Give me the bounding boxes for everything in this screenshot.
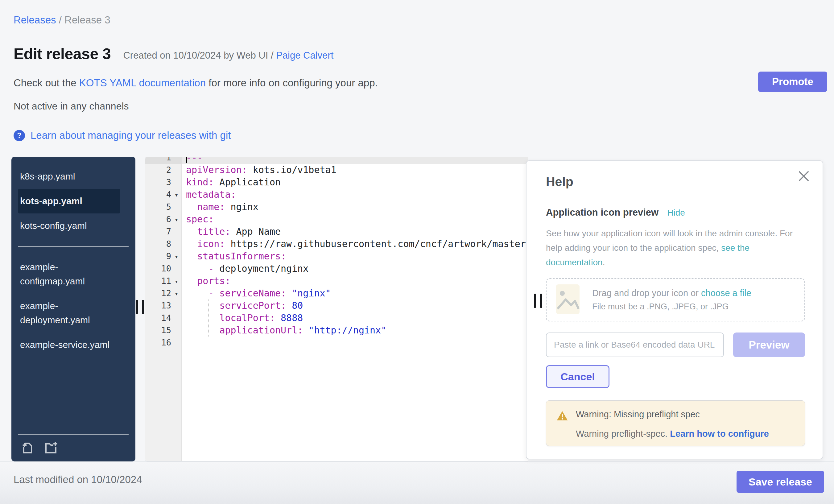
sidebar-resize-handle[interactable] (136, 300, 144, 314)
sidebar-footer (12, 434, 135, 461)
line-number: 2 (145, 164, 171, 176)
code-line: 16 (145, 336, 528, 349)
code-line: 12▾ - serviceName: "nginx" (145, 287, 528, 300)
close-icon[interactable] (797, 169, 811, 184)
line-number: 4 (145, 189, 171, 201)
hide-link[interactable]: Hide (667, 208, 685, 218)
code-line: 14 localPort: 8888 (145, 312, 528, 324)
icon-dropzone[interactable]: Drag and drop your icon or choose a file… (546, 278, 805, 322)
line-number: 3 (145, 176, 171, 189)
file-list: k8s-app.yamlkots-app.yamlkots-config.yam… (12, 164, 135, 357)
warning-detail: Warning preflight-spec. Learn how to con… (576, 429, 769, 439)
code-line: 9▾ statusInformers: (145, 250, 528, 262)
icon-preview-description: See how your application icon will look … (546, 226, 805, 269)
breadcrumb-separator: / (56, 14, 65, 26)
sidebar-item-kots-app-yaml[interactable]: kots-app.yaml (18, 189, 120, 214)
line-number: 12 (145, 287, 171, 300)
promote-button[interactable]: Promote (758, 71, 827, 92)
warning-box: Warning: Missing preflight spec Warning … (546, 400, 805, 446)
line-number: 10 (145, 262, 171, 275)
page-title: Edit release 3 (14, 45, 111, 63)
file-sidebar: k8s-app.yamlkots-app.yamlkots-config.yam… (12, 157, 135, 461)
code-line: 5 name: nginx (145, 201, 528, 213)
fold-arrow-icon[interactable]: ▾ (171, 250, 182, 262)
code-line: 15 applicationUrl: "http://nginx" (145, 324, 528, 336)
save-release-button[interactable]: Save release (737, 471, 824, 493)
title-row: Edit release 3 Created on 10/10/2024 by … (14, 45, 333, 63)
description-text: See how your application icon will look … (546, 228, 793, 253)
dropzone-text: Drag and drop your icon or choose a file (592, 288, 751, 298)
learn-configure-link[interactable]: Learn how to configure (670, 429, 769, 439)
code-line: 7 title: App Name (145, 225, 528, 238)
line-number: 14 (145, 312, 171, 324)
last-modified-text: Last modified on 10/10/2024 (14, 474, 142, 485)
preview-button[interactable]: Preview (733, 332, 805, 357)
breadcrumb-current: Release 3 (64, 14, 110, 26)
icon-url-input[interactable] (546, 332, 724, 357)
line-number: 1 (145, 157, 171, 164)
code-line: 2apiVersion: kots.io/v1beta1 (145, 164, 528, 176)
fold-arrow-icon[interactable]: ▾ (171, 275, 182, 287)
line-number: 8 (145, 238, 171, 250)
author-link[interactable]: Paige Calvert (276, 50, 333, 61)
sidebar-item-kots-config-yaml[interactable]: kots-config.yaml (18, 214, 120, 238)
sidebar-item-k8s-app-yaml[interactable]: k8s-app.yaml (18, 164, 120, 189)
new-folder-icon[interactable] (43, 440, 58, 455)
fold-arrow-icon[interactable]: ▾ (171, 213, 182, 225)
drop-text: Drag and drop your icon or (592, 288, 701, 298)
line-number: 16 (145, 336, 171, 349)
icon-preview-title: Application icon preview (546, 207, 659, 218)
choose-file-link[interactable]: choose a file (701, 288, 751, 298)
line-number: 7 (145, 225, 171, 238)
breadcrumb: Releases / Release 3 (14, 14, 110, 26)
line-number: 11 (145, 275, 171, 287)
footer-bar: Last modified on 10/10/2024 Save release (0, 461, 834, 504)
sidebar-item-example-configmap-yaml[interactable]: example-configmap.yaml (18, 255, 120, 294)
warning-triangle-icon (556, 410, 568, 422)
code-line: 10 - deployment/nginx (145, 262, 528, 275)
kots-yaml-docs-link[interactable]: KOTS YAML documentation (79, 77, 206, 89)
help-title: Help (546, 175, 805, 189)
code-line: 4▾metadata: (145, 189, 528, 201)
code-line: 8 icon: https://raw.githubusercontent.co… (145, 238, 528, 250)
breadcrumb-releases-link[interactable]: Releases (14, 14, 56, 26)
sidebar-item-example-service-yaml[interactable]: example-service.yaml (18, 332, 120, 357)
yaml-editor[interactable]: 1---2apiVersion: kots.io/v1beta13kind: A… (145, 157, 528, 461)
docs-suffix: for more info on configuring your app. (206, 77, 378, 89)
image-placeholder-icon (556, 284, 580, 315)
line-number: 9 (145, 250, 171, 262)
file-types-hint: File must be a .PNG, .JPEG, or .JPG (592, 302, 751, 311)
line-number: 13 (145, 300, 171, 312)
warning-text: Warning preflight-spec. (576, 429, 670, 439)
code-line: 11▾ ports: (145, 275, 528, 287)
code-line: 1--- (145, 157, 528, 164)
docs-prefix: Check out the (14, 77, 79, 89)
line-number: 6 (145, 213, 171, 225)
code-line: 6▾spec: (145, 213, 528, 225)
warning-title: Warning: Missing preflight spec (576, 409, 769, 419)
cancel-button[interactable]: Cancel (546, 365, 610, 388)
channel-status: Not active in any channels (14, 101, 129, 112)
fold-arrow-icon[interactable]: ▾ (171, 287, 182, 300)
created-text: Created on 10/10/2024 by Web UI / (123, 50, 276, 61)
created-info: Created on 10/10/2024 by Web UI / Paige … (123, 47, 333, 61)
code-line: 3kind: Application (145, 176, 528, 189)
line-number: 5 (145, 201, 171, 213)
help-panel-resize-handle[interactable] (534, 294, 542, 308)
description-period: . (603, 258, 605, 267)
git-help-row: ? Learn about managing your releases wit… (14, 130, 231, 141)
help-circle-icon: ? (14, 130, 25, 141)
code-line: 13 servicePort: 80 (145, 300, 528, 312)
sidebar-item-example-deployment-yaml[interactable]: example-deployment.yaml (18, 294, 120, 332)
git-releases-link[interactable]: Learn about managing your releases with … (30, 130, 231, 141)
new-file-icon[interactable] (20, 440, 35, 455)
docs-line: Check out the KOTS YAML documentation fo… (14, 77, 378, 89)
line-number: 15 (145, 324, 171, 336)
help-panel: Help Application icon preview Hide See h… (526, 160, 823, 459)
fold-arrow-icon[interactable]: ▾ (171, 189, 182, 201)
file-group-divider (18, 246, 129, 247)
